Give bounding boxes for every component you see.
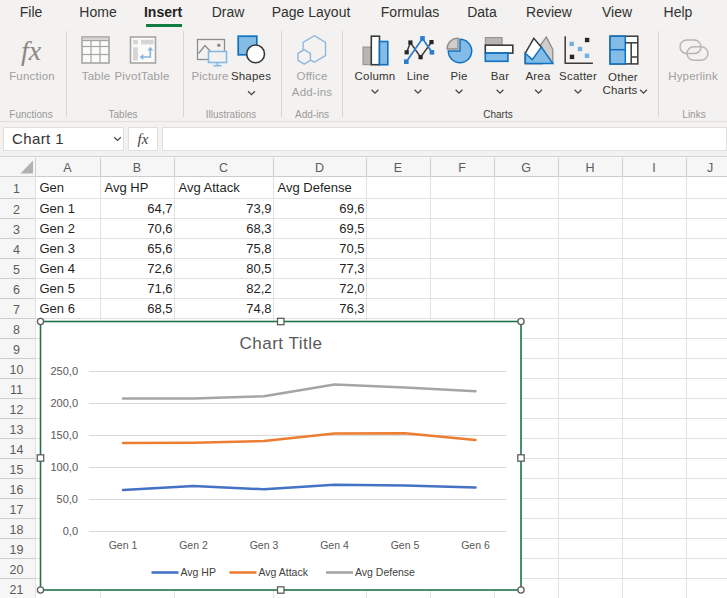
svg-text:71,6: 71,6 <box>147 281 172 296</box>
svg-text:Gen 1: Gen 1 <box>40 201 75 216</box>
svg-text:50,0: 50,0 <box>57 493 78 505</box>
svg-text:65,6: 65,6 <box>147 241 172 256</box>
svg-text:80,5: 80,5 <box>246 261 271 276</box>
svg-text:14: 14 <box>10 443 24 457</box>
svg-text:15: 15 <box>10 463 24 477</box>
svg-text:Avg Attack: Avg Attack <box>259 566 309 578</box>
svg-text:E: E <box>394 161 402 175</box>
svg-text:G: G <box>521 161 531 175</box>
svg-text:Gen 1: Gen 1 <box>109 539 138 551</box>
svg-text:12: 12 <box>10 403 24 417</box>
svg-text:18: 18 <box>10 523 24 537</box>
svg-text:69,5: 69,5 <box>339 221 364 236</box>
svg-text:75,8: 75,8 <box>246 241 271 256</box>
svg-text:68,3: 68,3 <box>246 221 271 236</box>
svg-text:J: J <box>707 161 713 175</box>
svg-text:Chart Title: Chart Title <box>240 334 323 353</box>
svg-text:Gen 3: Gen 3 <box>250 539 279 551</box>
svg-text:I: I <box>652 161 655 175</box>
svg-text:13: 13 <box>10 423 24 437</box>
svg-text:Gen 5: Gen 5 <box>391 539 420 551</box>
svg-text:6: 6 <box>13 283 20 297</box>
svg-text:20: 20 <box>10 563 24 577</box>
svg-text:Gen 3: Gen 3 <box>40 241 75 256</box>
svg-text:0,0: 0,0 <box>63 525 78 537</box>
svg-text:F: F <box>458 161 466 175</box>
svg-text:B: B <box>133 161 141 175</box>
svg-text:Gen 2: Gen 2 <box>179 539 208 551</box>
svg-text:7: 7 <box>13 303 20 317</box>
svg-text:Avg Defense: Avg Defense <box>355 566 415 578</box>
svg-text:17: 17 <box>10 503 24 517</box>
svg-text:150,0: 150,0 <box>50 429 78 441</box>
svg-text:68,5: 68,5 <box>147 301 172 316</box>
svg-text:A: A <box>63 161 72 175</box>
svg-text:21: 21 <box>10 583 24 597</box>
svg-text:Avg Attack: Avg Attack <box>179 180 241 195</box>
svg-text:70,5: 70,5 <box>339 241 364 256</box>
svg-text:77,3: 77,3 <box>339 261 364 276</box>
svg-text:72,6: 72,6 <box>147 261 172 276</box>
svg-text:1: 1 <box>13 182 20 196</box>
svg-text:Gen 2: Gen 2 <box>40 221 75 236</box>
svg-text:C: C <box>219 161 228 175</box>
svg-text:Gen 6: Gen 6 <box>461 539 490 551</box>
svg-text:Gen 6: Gen 6 <box>40 301 75 316</box>
svg-text:5: 5 <box>13 263 20 277</box>
svg-text:2: 2 <box>13 203 20 217</box>
svg-text:9: 9 <box>13 343 20 357</box>
svg-text:fx: fx <box>21 35 42 66</box>
svg-text:4: 4 <box>13 243 20 257</box>
svg-text:76,3: 76,3 <box>339 301 364 316</box>
svg-text:69,6: 69,6 <box>339 201 364 216</box>
svg-text:64,7: 64,7 <box>147 201 172 216</box>
svg-text:82,2: 82,2 <box>246 281 271 296</box>
svg-text:3: 3 <box>13 223 20 237</box>
svg-text:73,9: 73,9 <box>246 201 271 216</box>
svg-text:10: 10 <box>10 363 24 377</box>
svg-text:200,0: 200,0 <box>50 397 78 409</box>
svg-text:8: 8 <box>13 323 20 337</box>
svg-text:Avg HP: Avg HP <box>105 180 149 195</box>
svg-text:70,6: 70,6 <box>147 221 172 236</box>
svg-text:19: 19 <box>10 543 24 557</box>
svg-text:Gen 5: Gen 5 <box>40 281 75 296</box>
svg-text:H: H <box>585 161 594 175</box>
svg-text:Avg HP: Avg HP <box>181 566 216 578</box>
svg-text:Gen 4: Gen 4 <box>40 261 75 276</box>
svg-text:250,0: 250,0 <box>50 365 78 377</box>
svg-text:72,0: 72,0 <box>339 281 364 296</box>
svg-text:11: 11 <box>10 383 23 397</box>
svg-text:Gen 4: Gen 4 <box>320 539 349 551</box>
svg-text:D: D <box>315 161 324 175</box>
svg-text:16: 16 <box>10 483 24 497</box>
svg-text:Avg Defense: Avg Defense <box>278 180 352 195</box>
svg-text:100,0: 100,0 <box>50 461 78 473</box>
svg-text:Gen: Gen <box>40 180 65 195</box>
svg-text:74,8: 74,8 <box>246 301 271 316</box>
